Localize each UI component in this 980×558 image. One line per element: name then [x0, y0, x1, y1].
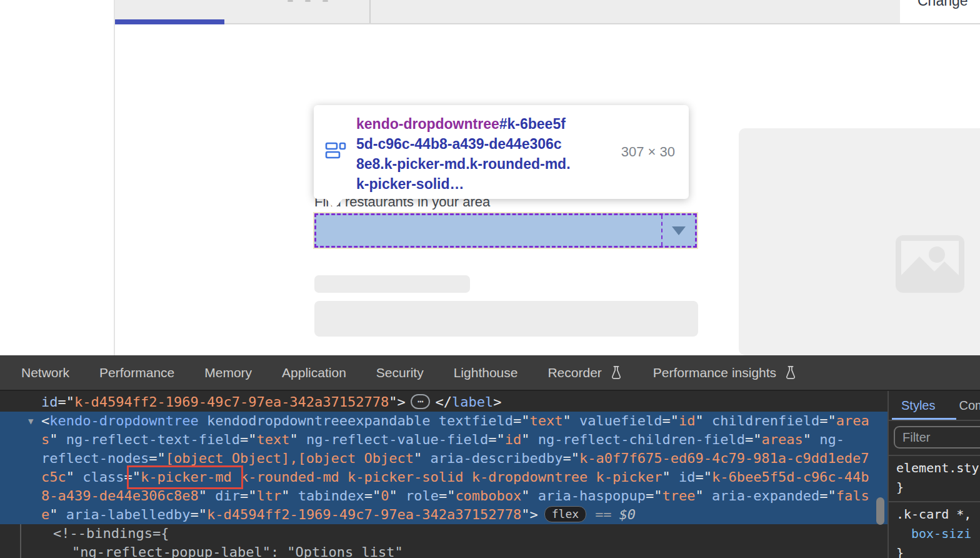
inspect-tooltip: kendo-dropdowntree#k-6bee5f 5d-c96c-44b8… [314, 105, 689, 199]
code-token: = [646, 488, 654, 504]
code-token [207, 488, 215, 504]
code-token: = [149, 450, 157, 466]
code-token: " [389, 488, 397, 504]
tab-computed[interactable]: Computed [959, 398, 980, 413]
code-token: k-d4594ff2-1969-49c7-97ea-342a37152778 [74, 394, 389, 410]
code-token: " [671, 413, 679, 429]
code-token: fals [836, 488, 869, 504]
tab-label: Performance insights [653, 365, 776, 380]
code-token: kendo-dropdowntree [49, 413, 198, 429]
code-token: ng- [819, 432, 844, 447]
code-token [530, 488, 538, 504]
code-token: " [66, 394, 74, 410]
code-token: k-6bee5f5d-c96c-44b [712, 469, 869, 485]
code-token: valuefield [579, 413, 662, 429]
code-token [398, 488, 406, 504]
code-token [431, 413, 439, 429]
devtools-toolbar: Network Performance Memory Application S… [0, 355, 980, 391]
code-line[interactable]: "ng-reflect-popup-label": "Options list" [0, 543, 888, 558]
code-token: " [563, 413, 571, 429]
dropdowntree-highlight[interactable] [314, 213, 697, 248]
code-token: ng-reflect-children-field [538, 432, 745, 447]
code-token [58, 432, 66, 447]
devtools-tab-performance-insights[interactable]: Performance insights [638, 355, 812, 390]
code-token: " [281, 488, 289, 504]
devtools-tab-performance[interactable]: Performance [84, 355, 189, 390]
code-token: = [562, 450, 571, 466]
code-token: " [521, 488, 529, 504]
code-token: </ [435, 394, 452, 410]
tab-label: Security [376, 365, 424, 380]
change-link[interactable]: Change [918, 0, 968, 9]
ellipsis-pill[interactable]: ⋯ [411, 394, 431, 409]
code-token: " [248, 488, 256, 504]
devtools-tab-network[interactable]: Network [6, 355, 84, 390]
code-token: = [819, 413, 828, 429]
code-token: = [662, 413, 670, 429]
code-token: = [745, 432, 753, 447]
styles-tab-bar: Styles Computed [889, 391, 980, 421]
code-line[interactable]: 8-a439-de44e306c8e8" dir="ltr" tabindex=… [0, 487, 888, 505]
devtools-tab-security[interactable]: Security [361, 355, 439, 390]
dropdown-arrow-button[interactable] [661, 215, 695, 246]
code-token: " [199, 488, 207, 504]
clipped-tab-text [322, 0, 328, 2]
code-token: text [256, 432, 289, 447]
scrollbar-thumb[interactable] [876, 497, 884, 525]
chevron-down-icon [672, 226, 686, 235]
code-token: $0 [619, 507, 636, 522]
code-line[interactable]: s" ng-reflect-text-field="text" ng-refle… [0, 430, 888, 449]
rule-brace: } [896, 544, 980, 558]
code-token: = [190, 507, 198, 522]
code-token: aria-describedby [431, 450, 563, 466]
devtools-tab-lighthouse[interactable]: Lighthouse [439, 355, 533, 390]
code-token: " [199, 507, 207, 522]
code-line[interactable]: <!--bindings={ [0, 524, 888, 543]
tab-label: Network [21, 365, 69, 380]
devtools-tab-memory[interactable]: Memory [189, 355, 267, 390]
tab-styles[interactable]: Styles [901, 398, 935, 413]
code-token: "> [389, 394, 406, 410]
code-token: c5c [41, 469, 66, 485]
custom-element-icon [325, 141, 346, 163]
tab-label: Lighthouse [454, 365, 518, 380]
styles-tab-underline [892, 418, 956, 420]
code-token: id [505, 432, 522, 447]
code-token [199, 413, 207, 429]
devtools-tab-recorder[interactable]: Recorder [532, 355, 638, 390]
code-token: area [836, 413, 869, 429]
code-token[interactable]: ▼ [28, 412, 41, 430]
code-token [530, 432, 538, 447]
styles-filter-input[interactable] [894, 426, 980, 449]
code-token: " [803, 432, 811, 447]
rule-brace: } [896, 478, 980, 497]
tooltip-notch [326, 198, 343, 209]
devtools-tab-application[interactable]: Application [267, 355, 361, 390]
rule-selector[interactable]: element.sty [896, 459, 980, 478]
rule-selector[interactable]: .k-card *, [896, 505, 980, 524]
code-token: == [595, 507, 612, 522]
code-token: " [662, 469, 670, 485]
code-token: text [530, 413, 563, 429]
code-token: "> [521, 507, 538, 522]
code-token: "ng-reflect-popup-label": "Options list" [72, 544, 403, 558]
code-token: " [521, 432, 529, 447]
code-token: = [819, 488, 828, 504]
code-token: ng-reflect-text-field [66, 432, 240, 447]
dropdown-value-area[interactable] [316, 215, 661, 246]
code-token: k-d4594ff2-1969-49c7-97ea-342a37152778 [207, 507, 521, 522]
rule-property[interactable]: box-sizi [896, 524, 980, 544]
code-token: e [41, 507, 49, 522]
code-token: combobox [455, 488, 521, 504]
code-line[interactable]: ▼<kendo-dropdowntree kendodropdowntreeex… [0, 412, 888, 430]
flex-badge[interactable]: flex [544, 506, 586, 522]
styles-panel: Styles Computed element.sty } .k-card *,… [888, 391, 980, 558]
code-token: = [439, 488, 447, 504]
code-token: id [679, 413, 696, 429]
code-line[interactable]: id="k-d4594ff2-1969-49c7-97ea-342a371527… [0, 393, 888, 412]
code-token: " [753, 432, 761, 447]
code-token: " [704, 469, 712, 485]
code-token: 8-a439-de44e306c8e8 [41, 488, 199, 504]
code-line[interactable]: e" aria-labelledby="k-d4594ff2-1969-49c7… [0, 505, 888, 524]
code-token: [object Object],[object Object [166, 450, 414, 466]
